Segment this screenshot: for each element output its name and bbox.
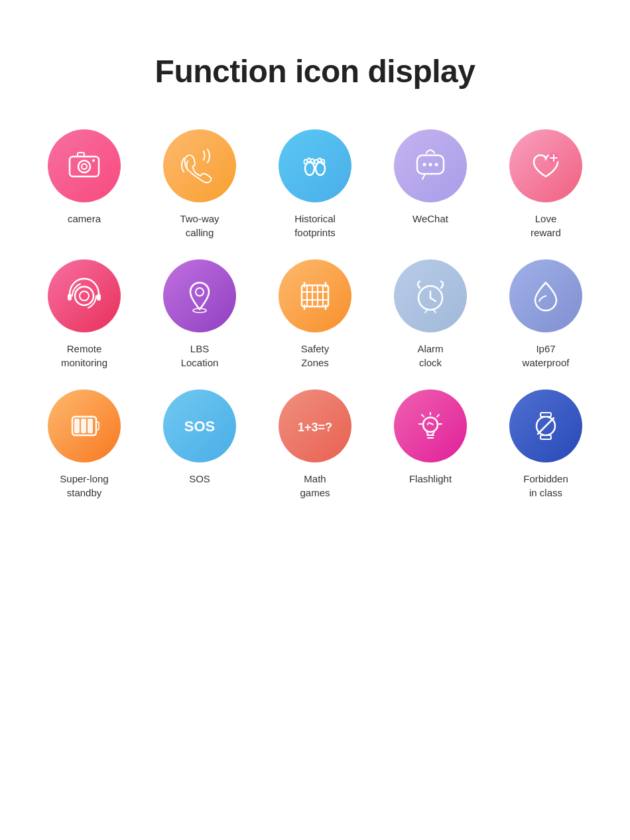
svg-line-51 bbox=[437, 415, 439, 417]
safety-zones-icon bbox=[295, 276, 335, 316]
two-way-calling-icon-circle bbox=[163, 129, 236, 202]
icon-item-two-way-calling: Two-waycalling bbox=[145, 129, 254, 240]
lbs-location-icon-circle bbox=[163, 259, 236, 332]
icon-item-remote-monitoring: Remotemonitoring bbox=[30, 259, 139, 370]
svg-rect-46 bbox=[88, 419, 93, 433]
icon-item-super-long-standby: Super-longstandby bbox=[30, 389, 139, 500]
math-games-label: Mathgames bbox=[300, 472, 330, 500]
svg-rect-58 bbox=[540, 413, 551, 417]
remote-monitoring-label: Remotemonitoring bbox=[61, 342, 107, 370]
forbidden-in-class-icon-circle bbox=[509, 389, 582, 462]
svg-point-2 bbox=[82, 164, 87, 169]
page-title: Function icon display bbox=[155, 53, 475, 90]
remote-monitoring-icon-circle bbox=[48, 259, 121, 332]
svg-rect-22 bbox=[68, 294, 72, 301]
ip67-waterproof-icon-circle bbox=[509, 259, 582, 332]
icon-item-alarm-clock: Alarmclock bbox=[376, 259, 485, 370]
svg-rect-0 bbox=[70, 157, 99, 176]
svg-point-14 bbox=[423, 163, 426, 167]
math-games-icon: 1+3=? bbox=[295, 406, 335, 446]
flashlight-icon bbox=[410, 406, 450, 446]
svg-point-1 bbox=[78, 161, 90, 173]
love-reward-icon bbox=[526, 146, 566, 186]
ip67-waterproof-icon bbox=[526, 276, 566, 316]
icon-item-camera: camera bbox=[30, 129, 139, 240]
wechat-icon-circle bbox=[394, 129, 467, 202]
lbs-location-icon bbox=[180, 276, 220, 316]
remote-monitoring-icon bbox=[64, 276, 104, 316]
icon-item-math-games: 1+3=? Mathgames bbox=[261, 389, 369, 500]
wechat-label: WeChat bbox=[412, 212, 448, 226]
sos-icon-circle: SOS bbox=[163, 389, 236, 462]
svg-point-49 bbox=[423, 417, 438, 432]
safety-zones-label: SafetyZones bbox=[301, 342, 330, 370]
love-reward-label: Lovereward bbox=[531, 212, 561, 240]
ip67-waterproof-label: Ip67waterproof bbox=[523, 342, 570, 370]
icon-item-sos: SOS SOS bbox=[145, 389, 254, 500]
safety-zones-icon-circle bbox=[279, 259, 351, 332]
icon-item-flashlight: Flashlight bbox=[376, 389, 485, 500]
camera-icon-circle bbox=[48, 129, 121, 202]
icon-item-ip67-waterproof: Ip67waterproof bbox=[491, 259, 600, 370]
icon-item-lbs-location: LBSLocation bbox=[145, 259, 254, 370]
alarm-clock-label: Alarmclock bbox=[417, 342, 443, 370]
icon-item-safety-zones: SafetyZones bbox=[261, 259, 369, 370]
icon-item-wechat: WeChat bbox=[376, 129, 485, 240]
svg-rect-59 bbox=[540, 435, 551, 439]
sos-icon: SOS bbox=[180, 406, 220, 446]
svg-rect-43 bbox=[96, 422, 99, 430]
svg-text:SOS: SOS bbox=[184, 418, 215, 435]
icon-item-love-reward: Lovereward bbox=[491, 129, 600, 240]
svg-line-60 bbox=[538, 418, 554, 434]
icon-item-forbidden-in-class: Forbiddenin class bbox=[491, 389, 600, 500]
svg-point-20 bbox=[75, 287, 94, 305]
two-way-calling-label: Two-waycalling bbox=[180, 212, 219, 240]
historical-footprints-icon bbox=[295, 146, 335, 186]
super-long-standby-icon bbox=[64, 406, 104, 446]
svg-rect-45 bbox=[81, 419, 86, 433]
super-long-standby-label: Super-longstandby bbox=[60, 472, 108, 500]
love-reward-icon-circle bbox=[509, 129, 582, 202]
svg-line-53 bbox=[422, 415, 424, 417]
two-way-calling-icon bbox=[180, 146, 220, 186]
sos-label: SOS bbox=[189, 472, 210, 486]
svg-rect-23 bbox=[97, 294, 101, 301]
historical-footprints-icon-circle bbox=[279, 129, 351, 202]
historical-footprints-label: Historicalfootprints bbox=[294, 212, 336, 240]
svg-point-15 bbox=[429, 163, 432, 167]
flashlight-label: Flashlight bbox=[409, 472, 452, 486]
math-games-icon-circle: 1+3=? bbox=[279, 389, 351, 462]
super-long-standby-icon-circle bbox=[48, 389, 121, 462]
svg-point-16 bbox=[435, 163, 438, 167]
svg-rect-44 bbox=[74, 419, 80, 433]
svg-text:1+3=?: 1+3=? bbox=[298, 421, 332, 434]
svg-point-21 bbox=[80, 291, 89, 301]
svg-line-39 bbox=[430, 298, 436, 301]
alarm-clock-icon bbox=[410, 276, 450, 316]
alarm-clock-icon-circle bbox=[394, 259, 467, 332]
svg-point-24 bbox=[196, 288, 204, 296]
icon-item-historical-footprints: Historicalfootprints bbox=[261, 129, 369, 240]
forbidden-in-class-icon bbox=[526, 406, 566, 446]
forbidden-in-class-label: Forbiddenin class bbox=[523, 472, 568, 500]
camera-label: camera bbox=[68, 212, 101, 226]
svg-rect-3 bbox=[78, 153, 84, 157]
svg-point-4 bbox=[92, 159, 95, 162]
camera-icon bbox=[64, 146, 104, 186]
flashlight-icon-circle bbox=[394, 389, 467, 462]
icon-grid: camera Two-waycalling bbox=[30, 129, 600, 500]
wechat-icon bbox=[410, 146, 450, 186]
svg-rect-26 bbox=[302, 285, 328, 307]
lbs-location-label: LBSLocation bbox=[181, 342, 219, 370]
